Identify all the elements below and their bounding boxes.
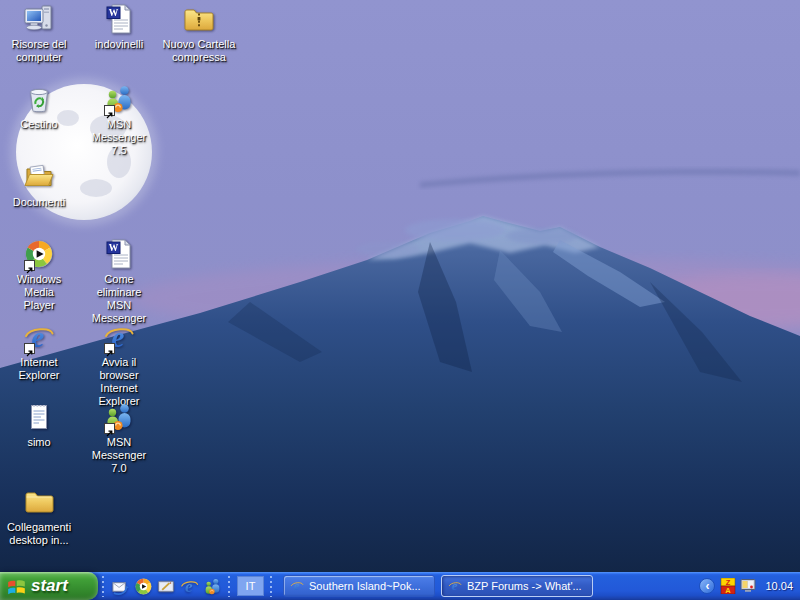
desktop-icon-label: Windows Media Player (1, 273, 77, 312)
desktop-icon-label: Come eliminare MSN Messenger (81, 273, 157, 325)
shortcut-arrow-icon (24, 343, 35, 354)
quick-launch-show-desktop[interactable] (155, 575, 178, 598)
language-indicator[interactable]: IT (237, 576, 264, 596)
desktop-icon-label: Risorse del computer (1, 38, 77, 64)
start-button-label: start (31, 576, 68, 596)
task-buttons: Southern Island~Pok... BZP Forums -> Wha… (277, 575, 593, 597)
tray-icon-zonealarm[interactable] (719, 578, 736, 595)
desktop-icon-image (23, 486, 55, 518)
desktop-icon-label: Internet Explorer (1, 356, 77, 382)
desktop-icon-windows-media-player[interactable]: Windows Media Player (1, 238, 77, 312)
shortcut-arrow-icon (104, 423, 115, 434)
desktop-icon-label: simo (1, 436, 77, 449)
taskbar-handle[interactable] (101, 575, 106, 597)
quick-launch-outlook-express[interactable] (109, 575, 132, 598)
windows-flag-icon (7, 577, 26, 596)
desktop-icon-label: Documenti (1, 196, 77, 209)
desktop-icon-collegamenti-desktop[interactable]: Collegamenti desktop in... (1, 486, 77, 547)
desktop-icon-simo[interactable]: simo (1, 401, 77, 449)
desktop-icon-label: Cestino (1, 118, 77, 131)
desktop-icon-msn-messenger-75[interactable]: MSN Messenger 7.5 (81, 83, 157, 157)
shortcut-arrow-icon (104, 105, 115, 116)
desktop-icon-msn-messenger-70[interactable]: MSN Messenger 7.0 (81, 401, 157, 475)
quick-launch-media-player[interactable] (132, 575, 155, 598)
desktop-icon-image (103, 238, 135, 270)
hide-inactive-icons-button[interactable]: ‹ (699, 578, 715, 594)
taskbar-handle[interactable] (269, 575, 274, 597)
desktop: Risorse del computer indovinelli Nuovo C… (0, 0, 800, 572)
desktop-icon-image (23, 3, 55, 35)
desktop-icon-image (23, 161, 55, 193)
desktop-icon-image (23, 401, 55, 433)
shortcut-arrow-icon (104, 343, 115, 354)
quick-launch-msn-messenger[interactable] (201, 575, 224, 598)
desktop-icon-label: MSN Messenger 7.0 (81, 436, 157, 475)
taskbar: start IT Southern Island~Pok... BZP Foru… (0, 572, 800, 600)
desktop-icon-nuovo-cartella-compressa[interactable]: Nuovo Cartella compressa (161, 3, 237, 64)
start-button[interactable]: start (0, 572, 98, 600)
desktop-icon-avvia-il-browser[interactable]: Avvia il browser Internet Explorer (81, 321, 157, 408)
task-button[interactable]: BZP Forums -> What'... (441, 575, 593, 597)
quick-launch-bar (109, 575, 224, 598)
tray-icon-display[interactable] (739, 578, 756, 595)
taskbar-handle[interactable] (227, 575, 232, 597)
task-button-title: Southern Island~Pok... (309, 580, 421, 592)
desktop-icon-image (103, 3, 135, 35)
desktop-icon-indovinelli[interactable]: indovinelli (81, 3, 157, 51)
desktop-icon-label: Collegamenti desktop in... (1, 521, 77, 547)
desktop-icon-image (183, 3, 215, 35)
tray-icons (719, 578, 756, 595)
clock[interactable]: 10.04 (765, 580, 793, 592)
desktop-icon-label: Nuovo Cartella compressa (161, 38, 237, 64)
desktop-icon-label: MSN Messenger 7.5 (81, 118, 157, 157)
desktop-icon-risorse-del-computer[interactable]: Risorse del computer (1, 3, 77, 64)
desktop-icon-documenti[interactable]: Documenti (1, 161, 77, 209)
desktop-icon-label: indovinelli (81, 38, 157, 51)
task-button[interactable]: Southern Island~Pok... (283, 575, 435, 597)
internet-explorer-icon (448, 579, 462, 593)
desktop-icon-internet-explorer[interactable]: Internet Explorer (1, 321, 77, 382)
desktop-icon-image (23, 83, 55, 115)
system-tray: ‹ 10.04 (699, 572, 800, 600)
desktop-icon-come-eliminare-msn[interactable]: Come eliminare MSN Messenger (81, 238, 157, 325)
task-button-title: BZP Forums -> What'... (467, 580, 582, 592)
shortcut-arrow-icon (24, 260, 35, 271)
internet-explorer-icon (290, 579, 304, 593)
quick-launch-internet-explorer[interactable] (178, 575, 201, 598)
desktop-icon-cestino[interactable]: Cestino (1, 83, 77, 131)
